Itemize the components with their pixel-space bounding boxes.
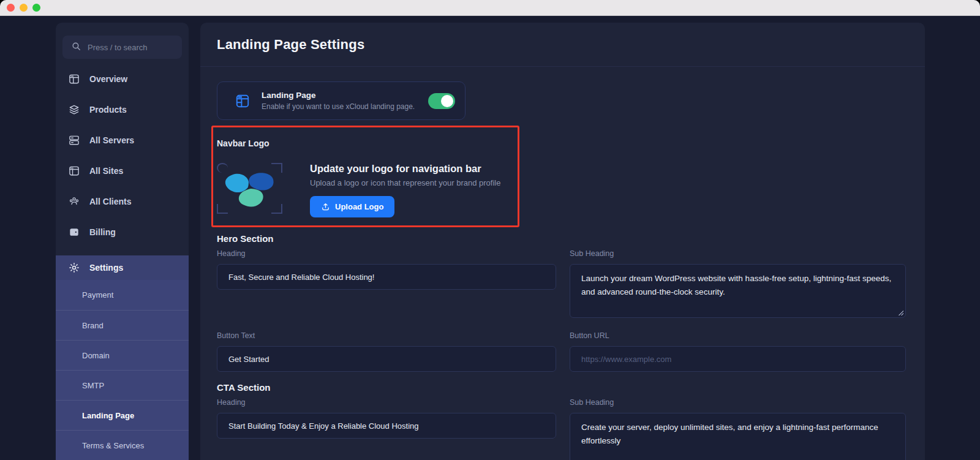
cta-sub-heading-textarea[interactable]: Create your server, deploy unlimited sit… — [570, 413, 906, 460]
sidebar-item-label: All Servers — [89, 135, 134, 145]
submenu-item-landing-page[interactable]: Landing Page — [56, 400, 189, 430]
search-input[interactable] — [88, 43, 173, 52]
settings-submenu: Payment Brand Domain SMTP Landing Page — [56, 280, 189, 460]
hero-section-title: Hero Section — [217, 233, 908, 244]
sidebar-item-all-servers[interactable]: All Servers — [56, 125, 189, 156]
cta-sub-heading-label: Sub Heading — [570, 398, 906, 407]
sidebar-item-label: All Clients — [89, 197, 131, 206]
submenu-item-label: Landing Page — [82, 411, 134, 420]
navbar-logo-label: Navbar Logo — [217, 138, 908, 148]
gear-icon — [68, 262, 80, 274]
sidebar-item-label: Products — [89, 105, 127, 115]
upload-logo-button[interactable]: Upload Logo — [310, 196, 394, 217]
wallet-icon — [68, 226, 80, 238]
toggle-knob — [441, 95, 453, 107]
sidebar-item-overview[interactable]: Overview — [56, 64, 189, 94]
cta-heading-label: Heading — [217, 398, 556, 407]
macos-titlebar — [0, 0, 980, 16]
submenu-item-label: Terms & Services — [82, 441, 144, 450]
crop-corner-icon — [217, 163, 228, 173]
submenu-item-payment[interactable]: Payment — [56, 280, 189, 310]
close-window-button[interactable] — [7, 4, 15, 12]
search-box[interactable] — [62, 36, 182, 59]
crop-corner-icon — [271, 163, 282, 173]
panel-header: Landing Page Settings — [200, 23, 925, 67]
hero-button-text-field: Button Text — [217, 331, 556, 372]
panel-content: Landing Page Enable if you want to use x… — [200, 67, 925, 460]
cta-section-form: Heading Sub Heading Create your server, … — [217, 398, 908, 460]
page-title: Landing Page Settings — [217, 37, 364, 53]
zoom-window-button[interactable] — [32, 4, 40, 12]
hero-sub-heading-field: Sub Heading Launch your dream WordPress … — [570, 249, 906, 318]
sidebar-item-label: All Sites — [89, 166, 123, 176]
hero-button-text-input[interactable] — [217, 346, 556, 372]
cta-section-title: CTA Section — [217, 382, 908, 393]
hero-heading-field: Heading — [217, 249, 556, 290]
app-window: Overview Products — [0, 0, 980, 460]
submenu-item-terms-services[interactable]: Terms & Services — [56, 430, 189, 460]
hero-sub-heading-label: Sub Heading — [570, 249, 906, 258]
sidebar-item-settings[interactable]: Settings — [56, 255, 189, 280]
hero-heading-label: Heading — [217, 249, 556, 258]
navbar-logo-section: Navbar Logo — [217, 138, 908, 217]
submenu-item-domain[interactable]: Domain — [56, 340, 189, 370]
clients-icon — [68, 195, 80, 208]
servers-icon — [68, 134, 80, 146]
crop-corner-icon — [271, 204, 282, 214]
landing-page-card-description: Enable if you want to use xCloud landing… — [262, 102, 417, 111]
submenu-item-smtp[interactable]: SMTP — [56, 370, 189, 400]
hero-sub-heading-textarea[interactable]: Launch your dream WordPress website with… — [570, 264, 906, 318]
app-body: Overview Products — [0, 16, 980, 460]
landing-page-icon — [235, 93, 251, 109]
landing-page-toggle[interactable] — [428, 93, 455, 109]
landing-page-card-texts: Landing Page Enable if you want to use x… — [262, 91, 417, 111]
hero-button-url-input[interactable] — [570, 346, 906, 372]
logo-info: Update your logo for navigation bar Uplo… — [310, 163, 500, 217]
sidebar-item-products[interactable]: Products — [56, 94, 189, 125]
logo-update-heading: Update your logo for navigation bar — [310, 163, 500, 175]
submenu-item-label: SMTP — [82, 381, 104, 390]
xcloud-logo — [222, 167, 278, 211]
sidebar-item-label: Overview — [89, 74, 127, 84]
crop-corner-icon — [217, 204, 228, 214]
hero-button-text-label: Button Text — [217, 331, 556, 340]
logo-row: Update your logo for navigation bar Uplo… — [217, 163, 908, 217]
overview-icon — [68, 73, 80, 85]
sidebar-item-all-clients[interactable]: All Clients — [56, 186, 189, 217]
landing-page-card-title: Landing Page — [262, 91, 417, 100]
main-panel: Landing Page Settings — [200, 23, 925, 460]
browser-window-icon — [68, 165, 80, 177]
hero-button-url-field: Button URL — [570, 331, 906, 372]
layers-icon — [68, 104, 80, 116]
submenu-item-label: Payment — [82, 290, 113, 300]
landing-page-enable-card: Landing Page Enable if you want to use x… — [217, 81, 466, 120]
sidebar-item-all-sites[interactable]: All Sites — [56, 156, 189, 186]
submenu-item-brand[interactable]: Brand — [56, 310, 189, 340]
hero-section-form: Heading Sub Heading Launch your dream Wo… — [217, 249, 908, 372]
submenu-item-label: Brand — [82, 321, 104, 330]
sidebar-nav: Overview Products — [56, 64, 189, 460]
logo-update-description: Upload a logo or icon that represent you… — [310, 178, 500, 187]
cta-sub-heading-field: Sub Heading Create your server, deploy u… — [570, 398, 906, 460]
logo-preview — [217, 163, 282, 214]
sidebar-item-label: Settings — [89, 263, 123, 273]
sidebar: Overview Products — [56, 23, 189, 460]
sidebar-item-billing[interactable]: Billing — [56, 217, 189, 247]
hero-button-url-label: Button URL — [570, 331, 906, 340]
search-icon — [71, 41, 81, 54]
sidebar-item-label: Billing — [89, 227, 116, 237]
submenu-item-label: Domain — [82, 351, 110, 360]
upload-logo-button-label: Upload Logo — [335, 202, 383, 211]
upload-icon — [321, 202, 330, 211]
cta-heading-input[interactable] — [217, 413, 556, 439]
minimize-window-button[interactable] — [20, 4, 28, 12]
cta-heading-field: Heading — [217, 398, 556, 439]
hero-heading-input[interactable] — [217, 264, 556, 290]
